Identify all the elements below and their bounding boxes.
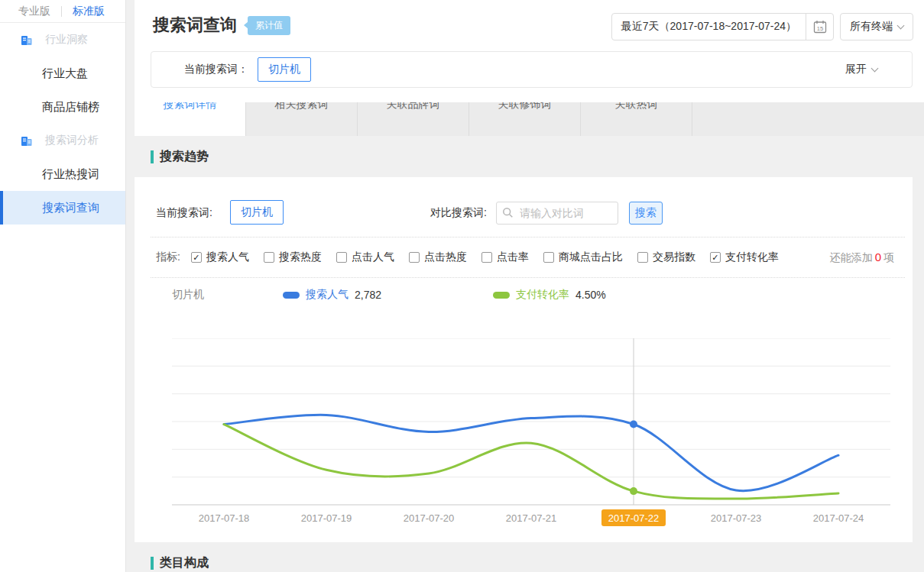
metric-mall-click-share[interactable]: 商城点击占比 [543, 250, 623, 264]
chart-legend: 切片机 搜索人气 2,782 支付转化率 4.50% [135, 284, 913, 304]
metric-click-popularity[interactable]: 点击人气 [336, 250, 394, 264]
trend-panel: 当前搜索词: 切片机 对比搜索词: 搜索 指标: ✓ 搜索人气 搜索热度 [135, 177, 913, 542]
compare-keyword-label: 对比搜索词: [430, 206, 487, 220]
metric-transaction-index[interactable]: 交易指数 [637, 250, 695, 264]
legend-keyword: 切片机 [172, 288, 204, 302]
checkbox-icon[interactable] [637, 252, 648, 263]
legend-series-value: 4.50% [575, 289, 606, 301]
keyword-analysis-icon [20, 134, 33, 147]
section-marker [151, 557, 154, 570]
metric-click-rate[interactable]: 点击率 [481, 250, 529, 264]
sidebar-group-label: 行业洞察 [45, 33, 88, 47]
search-icon [502, 207, 514, 221]
current-keyword-label: 当前搜索词: [156, 206, 212, 220]
svg-text:2017-07-22: 2017-07-22 [608, 512, 660, 524]
expand-toggle[interactable]: 展开 [845, 63, 877, 76]
checkbox-icon[interactable] [264, 252, 274, 263]
current-keyword-panel: 当前搜索词： 切片机 展开 [151, 51, 913, 88]
tab-related-brand-words[interactable]: 关联品牌词 [358, 102, 469, 136]
section-marker [151, 150, 154, 163]
category-section-header: 类目构成 [151, 555, 209, 571]
legend-series-value: 2,782 [355, 289, 381, 301]
checkbox-icon[interactable] [481, 252, 492, 263]
sidebar-item-product-shop-rank[interactable]: 商品店铺榜 [0, 90, 125, 124]
divider [151, 277, 905, 278]
sidebar-group-label: 搜索词分析 [45, 134, 99, 147]
svg-text:2017-07-24: 2017-07-24 [813, 512, 864, 524]
remaining-count: 0 [875, 250, 881, 263]
sidebar-version-tabs: 专业版 标准版 [0, 0, 125, 23]
metric-search-popularity[interactable]: ✓ 搜索人气 [191, 250, 249, 264]
current-keyword-button[interactable]: 切片机 [230, 200, 284, 225]
checkbox-icon[interactable] [409, 252, 420, 263]
svg-text:2017-07-19: 2017-07-19 [301, 512, 352, 524]
tab-standard-version[interactable]: 标准版 [73, 5, 105, 18]
legend-pill-green [493, 292, 510, 299]
search-button[interactable]: 搜索 [629, 202, 663, 225]
svg-text:2017-07-21: 2017-07-21 [506, 512, 557, 524]
divider [151, 237, 905, 238]
trend-section-title: 搜索趋势 [160, 149, 209, 165]
badge-pointer-icon [244, 21, 248, 29]
sidebar-item-industry-market[interactable]: 行业大盘 [0, 57, 125, 90]
page-header: 搜索词查询 累计值 最近7天（2017-07-18~2017-07-24） 15 [135, 0, 924, 102]
tab-keyword-detail[interactable]: 搜索词详情 [135, 102, 246, 136]
checkbox-icon[interactable]: ✓ [191, 252, 202, 263]
calendar-icon[interactable]: 15 [806, 14, 833, 40]
page-title: 搜索词查询 [153, 14, 237, 37]
current-keyword-label: 当前搜索词： [184, 63, 248, 76]
sidebar-item-keyword-query[interactable]: 搜索词查询 [0, 191, 125, 225]
svg-text:2017-07-23: 2017-07-23 [711, 512, 762, 524]
tab-related-hot-words[interactable]: 关联热词 [581, 102, 692, 136]
divider [61, 6, 62, 17]
metrics-label: 指标: [156, 250, 180, 264]
date-range-picker[interactable]: 最近7天（2017-07-18~2017-07-24） 15 [611, 13, 834, 40]
industry-insight-icon [20, 34, 33, 47]
metric-payment-conversion[interactable]: ✓ 支付转化率 [710, 250, 779, 264]
chevron-down-icon [897, 21, 905, 29]
checkbox-icon[interactable] [543, 252, 554, 263]
svg-text:2017-07-20: 2017-07-20 [404, 512, 455, 524]
compare-keyword-input[interactable] [496, 202, 618, 225]
tab-related-keywords[interactable]: 相关搜索词 [246, 102, 358, 136]
terminal-select[interactable]: 所有终端 [840, 13, 913, 40]
legend-pill-blue [283, 292, 300, 299]
svg-text:15: 15 [816, 25, 822, 32]
detail-tabs: 搜索词详情 相关搜索词 关联品牌词 关联修饰词 关联热词 [135, 102, 924, 136]
checkbox-icon[interactable]: ✓ [710, 252, 721, 263]
chevron-down-icon [871, 64, 879, 72]
tab-pro-version[interactable]: 专业版 [18, 5, 50, 18]
legend-entry-search-popularity: 搜索人气 2,782 [283, 288, 381, 302]
legend-series-name: 支付转化率 [516, 288, 569, 302]
metric-search-heat[interactable]: 搜索热度 [264, 250, 322, 264]
legend-series-name: 搜索人气 [306, 288, 349, 302]
tab-related-modifier-words[interactable]: 关联修饰词 [469, 102, 581, 136]
current-keyword-button[interactable]: 切片机 [258, 57, 311, 82]
legend-entry-payment-conversion: 支付转化率 4.50% [493, 288, 606, 302]
sidebar-group-industry-insight: 行业洞察 [0, 23, 125, 57]
svg-text:2017-07-18: 2017-07-18 [199, 512, 250, 524]
metric-click-heat[interactable]: 点击热度 [409, 250, 467, 264]
trend-chart[interactable]: 2017-07-182017-07-192017-07-202017-07-21… [172, 338, 890, 531]
trend-section-band: 搜索趋势 [135, 136, 924, 177]
cumulative-badge: 累计值 [248, 16, 290, 35]
remaining-slots-text: 还能添加0项 [830, 250, 894, 265]
checkbox-icon[interactable] [336, 252, 347, 263]
metrics-row: 指标: ✓ 搜索人气 搜索热度 点击人气 点击热度 点击率 商城点击占比 [156, 247, 894, 267]
compare-row: 当前搜索词: 切片机 对比搜索词: 搜索 [135, 199, 913, 228]
sidebar-item-industry-hot-words[interactable]: 行业热搜词 [0, 157, 125, 191]
main-area: 搜索词查询 累计值 最近7天（2017-07-18~2017-07-24） 15 [126, 0, 924, 572]
date-range-text: 最近7天（2017-07-18~2017-07-24） [612, 14, 806, 40]
category-section-title: 类目构成 [160, 555, 209, 571]
sidebar-group-keyword-analysis: 搜索词分析 [0, 124, 125, 157]
sidebar: 专业版 标准版 行业洞察 行业大盘 商品店铺榜 搜索词分析 行业热搜词 搜索词查… [0, 0, 126, 572]
